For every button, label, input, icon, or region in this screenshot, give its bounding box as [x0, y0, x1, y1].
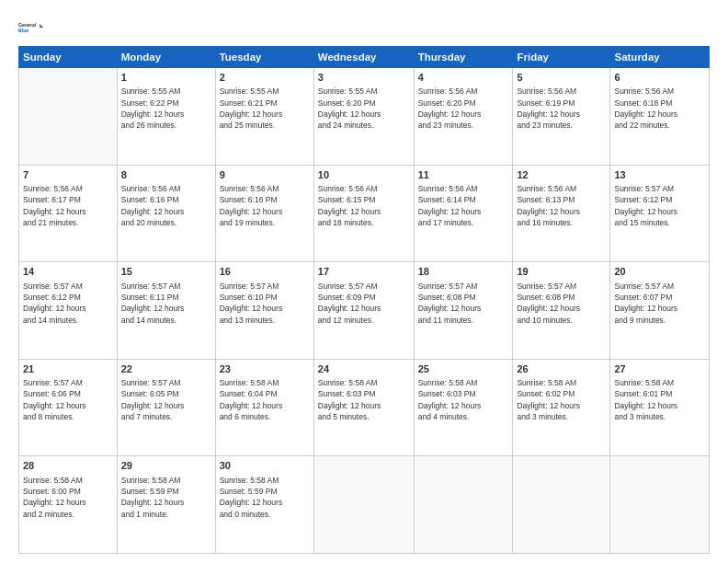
calendar-table: SundayMondayTuesdayWednesdayThursdayFrid… — [18, 46, 710, 554]
day-number: 26 — [517, 362, 606, 376]
cell-info: Sunrise: 5:56 AMSunset: 6:17 PMDaylight:… — [23, 183, 113, 228]
cell-info: Sunrise: 5:56 AMSunset: 6:18 PMDaylight:… — [614, 86, 705, 131]
day-number: 24 — [318, 362, 410, 376]
calendar-cell: 24Sunrise: 5:58 AMSunset: 6:03 PMDayligh… — [313, 359, 414, 456]
calendar-cell: 27Sunrise: 5:58 AMSunset: 6:01 PMDayligh… — [610, 359, 710, 456]
week-row-3: 14Sunrise: 5:57 AMSunset: 6:12 PMDayligh… — [19, 262, 710, 360]
calendar-cell: 21Sunrise: 5:57 AMSunset: 6:06 PMDayligh… — [19, 359, 118, 456]
svg-text:General: General — [18, 22, 37, 28]
logo: GeneralBlue — [18, 15, 44, 40]
day-number: 1 — [121, 71, 211, 85]
weekday-header-thursday: Thursday — [414, 47, 513, 68]
week-row-4: 21Sunrise: 5:57 AMSunset: 6:06 PMDayligh… — [19, 359, 710, 456]
cell-info: Sunrise: 5:57 AMSunset: 6:08 PMDaylight:… — [418, 281, 509, 326]
day-number: 11 — [418, 168, 509, 182]
logo-icon: GeneralBlue — [18, 15, 44, 40]
day-number: 7 — [23, 168, 113, 182]
svg-marker-2 — [40, 24, 43, 28]
calendar-cell — [19, 68, 118, 166]
cell-info: Sunrise: 5:57 AMSunset: 6:05 PMDaylight:… — [121, 377, 211, 422]
cell-info: Sunrise: 5:56 AMSunset: 6:16 PMDaylight:… — [121, 183, 211, 228]
cell-info: Sunrise: 5:57 AMSunset: 6:09 PMDaylight:… — [318, 281, 410, 326]
calendar-cell: 13Sunrise: 5:57 AMSunset: 6:12 PMDayligh… — [610, 165, 710, 262]
day-number: 30 — [220, 459, 310, 473]
day-number: 9 — [220, 168, 310, 182]
day-number: 3 — [318, 71, 410, 85]
day-number: 29 — [121, 459, 211, 473]
day-number: 21 — [23, 362, 113, 376]
day-number: 25 — [418, 362, 509, 376]
weekday-header-saturday: Saturday — [610, 47, 710, 68]
calendar-cell: 2Sunrise: 5:55 AMSunset: 6:21 PMDaylight… — [215, 68, 313, 166]
calendar-cell: 10Sunrise: 5:56 AMSunset: 6:15 PMDayligh… — [313, 165, 414, 262]
calendar-cell: 17Sunrise: 5:57 AMSunset: 6:09 PMDayligh… — [313, 262, 414, 360]
day-number: 28 — [23, 459, 113, 473]
cell-info: Sunrise: 5:58 AMSunset: 5:59 PMDaylight:… — [121, 475, 211, 520]
cell-info: Sunrise: 5:56 AMSunset: 6:16 PMDaylight:… — [220, 183, 310, 228]
cell-info: Sunrise: 5:58 AMSunset: 6:02 PMDaylight:… — [517, 377, 606, 422]
day-number: 8 — [121, 168, 211, 182]
day-number: 5 — [517, 71, 606, 85]
weekday-header-monday: Monday — [117, 47, 215, 68]
calendar-cell — [513, 456, 610, 554]
week-row-5: 28Sunrise: 5:58 AMSunset: 6:00 PMDayligh… — [19, 456, 710, 554]
calendar-cell: 25Sunrise: 5:58 AMSunset: 6:03 PMDayligh… — [414, 359, 513, 456]
calendar-cell: 7Sunrise: 5:56 AMSunset: 6:17 PMDaylight… — [19, 165, 118, 262]
calendar-cell — [414, 456, 513, 554]
svg-text:Blue: Blue — [18, 28, 28, 33]
calendar-cell: 18Sunrise: 5:57 AMSunset: 6:08 PMDayligh… — [414, 262, 513, 360]
header: GeneralBlue — [18, 15, 710, 40]
cell-info: Sunrise: 5:57 AMSunset: 6:12 PMDaylight:… — [614, 183, 705, 228]
day-number: 18 — [418, 265, 509, 279]
cell-info: Sunrise: 5:57 AMSunset: 6:12 PMDaylight:… — [23, 281, 113, 326]
day-number: 19 — [517, 265, 606, 279]
weekday-header-sunday: Sunday — [19, 47, 118, 68]
weekday-header-row: SundayMondayTuesdayWednesdayThursdayFrid… — [19, 47, 710, 68]
cell-info: Sunrise: 5:58 AMSunset: 6:03 PMDaylight:… — [418, 377, 509, 422]
day-number: 16 — [220, 265, 310, 279]
day-number: 15 — [121, 265, 211, 279]
cell-info: Sunrise: 5:55 AMSunset: 6:20 PMDaylight:… — [318, 86, 410, 131]
cell-info: Sunrise: 5:56 AMSunset: 6:15 PMDaylight:… — [318, 183, 410, 228]
week-row-2: 7Sunrise: 5:56 AMSunset: 6:17 PMDaylight… — [19, 165, 710, 262]
calendar-cell: 14Sunrise: 5:57 AMSunset: 6:12 PMDayligh… — [19, 262, 118, 360]
day-number: 27 — [614, 362, 705, 376]
calendar-cell: 23Sunrise: 5:58 AMSunset: 6:04 PMDayligh… — [215, 359, 313, 456]
cell-info: Sunrise: 5:58 AMSunset: 6:01 PMDaylight:… — [614, 377, 705, 422]
calendar-cell: 11Sunrise: 5:56 AMSunset: 6:14 PMDayligh… — [414, 165, 513, 262]
cell-info: Sunrise: 5:56 AMSunset: 6:19 PMDaylight:… — [517, 86, 606, 131]
day-number: 2 — [220, 71, 310, 85]
day-number: 10 — [318, 168, 410, 182]
calendar-cell: 20Sunrise: 5:57 AMSunset: 6:07 PMDayligh… — [610, 262, 710, 360]
cell-info: Sunrise: 5:58 AMSunset: 6:00 PMDaylight:… — [23, 475, 113, 520]
weekday-header-friday: Friday — [513, 47, 610, 68]
week-row-1: 1Sunrise: 5:55 AMSunset: 6:22 PMDaylight… — [19, 68, 710, 166]
calendar-cell: 9Sunrise: 5:56 AMSunset: 6:16 PMDaylight… — [215, 165, 313, 262]
calendar-cell: 4Sunrise: 5:56 AMSunset: 6:20 PMDaylight… — [414, 68, 513, 166]
cell-info: Sunrise: 5:56 AMSunset: 6:14 PMDaylight:… — [418, 183, 509, 228]
day-number: 4 — [418, 71, 509, 85]
cell-info: Sunrise: 5:57 AMSunset: 6:07 PMDaylight:… — [614, 281, 705, 326]
cell-info: Sunrise: 5:57 AMSunset: 6:11 PMDaylight:… — [121, 281, 211, 326]
calendar-cell: 1Sunrise: 5:55 AMSunset: 6:22 PMDaylight… — [117, 68, 215, 166]
calendar-cell: 26Sunrise: 5:58 AMSunset: 6:02 PMDayligh… — [513, 359, 610, 456]
cell-info: Sunrise: 5:55 AMSunset: 6:21 PMDaylight:… — [220, 86, 310, 131]
weekday-header-wednesday: Wednesday — [313, 47, 414, 68]
cell-info: Sunrise: 5:58 AMSunset: 6:03 PMDaylight:… — [318, 377, 410, 422]
day-number: 13 — [614, 168, 705, 182]
calendar-cell: 22Sunrise: 5:57 AMSunset: 6:05 PMDayligh… — [117, 359, 215, 456]
cell-info: Sunrise: 5:55 AMSunset: 6:22 PMDaylight:… — [121, 86, 211, 131]
calendar-cell: 29Sunrise: 5:58 AMSunset: 5:59 PMDayligh… — [117, 456, 215, 554]
weekday-header-tuesday: Tuesday — [215, 47, 313, 68]
calendar-cell: 15Sunrise: 5:57 AMSunset: 6:11 PMDayligh… — [117, 262, 215, 360]
day-number: 23 — [220, 362, 310, 376]
cell-info: Sunrise: 5:57 AMSunset: 6:10 PMDaylight:… — [220, 281, 310, 326]
calendar-cell: 12Sunrise: 5:56 AMSunset: 6:13 PMDayligh… — [513, 165, 610, 262]
calendar-cell: 3Sunrise: 5:55 AMSunset: 6:20 PMDaylight… — [313, 68, 414, 166]
day-number: 6 — [614, 71, 705, 85]
calendar-cell: 19Sunrise: 5:57 AMSunset: 6:08 PMDayligh… — [513, 262, 610, 360]
cell-info: Sunrise: 5:57 AMSunset: 6:06 PMDaylight:… — [23, 377, 113, 422]
cell-info: Sunrise: 5:58 AMSunset: 6:04 PMDaylight:… — [220, 377, 310, 422]
calendar-cell: 6Sunrise: 5:56 AMSunset: 6:18 PMDaylight… — [610, 68, 710, 166]
calendar-cell — [313, 456, 414, 554]
